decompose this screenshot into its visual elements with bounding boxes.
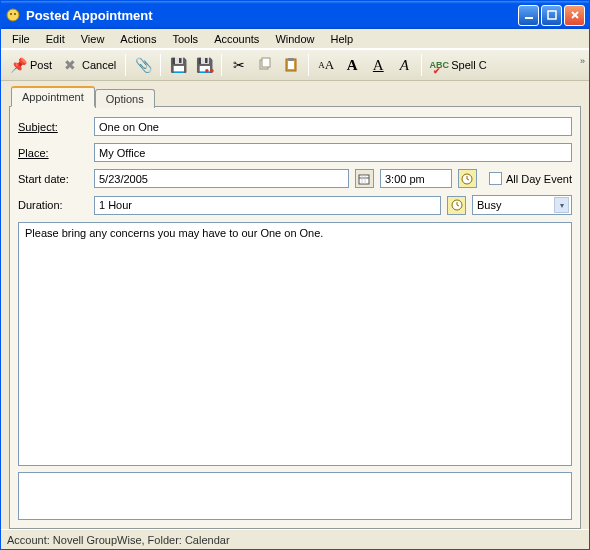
separator <box>125 54 126 76</box>
minimize-button[interactable] <box>518 5 539 26</box>
menu-actions[interactable]: Actions <box>113 31 163 47</box>
svg-rect-3 <box>525 17 533 19</box>
svg-point-1 <box>10 13 12 15</box>
start-date-input[interactable] <box>94 169 349 188</box>
font-size-button[interactable]: AA <box>313 53 339 77</box>
menu-edit[interactable]: Edit <box>39 31 72 47</box>
italic-button[interactable]: A <box>391 53 417 77</box>
italic-icon: A <box>396 57 412 73</box>
statusbar: Account: Novell GroupWise, Folder: Calen… <box>1 529 589 549</box>
cut-button[interactable]: ✂ <box>226 53 252 77</box>
svg-rect-10 <box>288 61 294 69</box>
toolbar-overflow-icon[interactable]: » <box>580 56 585 66</box>
attach-button[interactable]: 📎 <box>130 53 156 77</box>
svg-rect-12 <box>359 175 369 184</box>
tabstrip: Appointment Options <box>11 85 581 107</box>
place-label[interactable]: Place: <box>18 147 88 159</box>
tab-appointment[interactable]: Appointment <box>11 86 95 107</box>
separator <box>221 54 222 76</box>
body-textarea[interactable] <box>18 222 572 466</box>
spellcheck-icon: ABC✔ <box>431 57 447 73</box>
paperclip-icon: 📎 <box>135 57 151 73</box>
underline-button[interactable]: A <box>365 53 391 77</box>
save-icon: 💾 <box>170 57 186 73</box>
subject-input[interactable] <box>94 117 572 136</box>
close-button[interactable] <box>564 5 585 26</box>
toolbar: 📌 Post ✖ Cancel 📎 💾 💾●● ✂ <box>1 49 589 81</box>
svg-rect-4 <box>548 11 556 19</box>
time-picker-button[interactable] <box>458 169 477 188</box>
menu-view[interactable]: View <box>74 31 112 47</box>
separator <box>160 54 161 76</box>
all-day-label: All Day Event <box>506 173 572 185</box>
clipboard-icon <box>283 57 299 73</box>
start-date-label: Start date: <box>18 173 88 185</box>
menu-file[interactable]: File <box>5 31 37 47</box>
all-day-checkbox-wrap[interactable]: All Day Event <box>489 172 572 185</box>
attachment-area[interactable] <box>18 472 572 520</box>
save-draft-button[interactable]: 💾●● <box>191 53 217 77</box>
svg-rect-11 <box>288 58 294 61</box>
duration-label: Duration: <box>18 199 88 211</box>
underline-icon: A <box>370 57 386 73</box>
svg-point-2 <box>14 13 16 15</box>
menu-accounts[interactable]: Accounts <box>207 31 266 47</box>
duration-input[interactable] <box>94 196 441 215</box>
menu-window[interactable]: Window <box>268 31 321 47</box>
save-draft-icon: 💾●● <box>196 57 212 73</box>
cancel-icon: ✖ <box>62 57 78 73</box>
tab-options[interactable]: Options <box>95 89 155 108</box>
pin-icon: 📌 <box>10 57 26 73</box>
clock-icon <box>461 173 473 185</box>
separator <box>308 54 309 76</box>
bold-icon: A <box>344 57 360 73</box>
titlebar: Posted Appointment <box>1 1 589 29</box>
duration-picker-button[interactable] <box>447 196 466 215</box>
tab-panel-appointment: Subject: Place: Start date: <box>9 106 581 529</box>
menu-tools[interactable]: Tools <box>165 31 205 47</box>
window-title: Posted Appointment <box>26 8 518 23</box>
copy-button[interactable] <box>252 53 278 77</box>
font-size-icon: AA <box>318 57 334 73</box>
clock-icon <box>451 199 463 211</box>
status-value: Busy <box>477 199 501 211</box>
scissors-icon: ✂ <box>231 57 247 73</box>
dropdown-icon: ▾ <box>554 197 569 213</box>
calendar-picker-button[interactable] <box>355 169 374 188</box>
content-area: Appointment Options Subject: Place: Star… <box>1 81 589 529</box>
menubar: File Edit View Actions Tools Accounts Wi… <box>1 29 589 49</box>
spellcheck-button[interactable]: ABC✔ Spell C <box>426 53 491 77</box>
start-time-input[interactable] <box>380 169 452 188</box>
svg-point-0 <box>7 9 19 21</box>
copy-icon <box>257 57 273 73</box>
all-day-checkbox[interactable] <box>489 172 502 185</box>
separator <box>421 54 422 76</box>
post-button[interactable]: 📌 Post <box>5 53 57 77</box>
bold-button[interactable]: A <box>339 53 365 77</box>
cancel-button[interactable]: ✖ Cancel <box>57 53 121 77</box>
subject-label[interactable]: Subject: <box>18 121 88 133</box>
maximize-button[interactable] <box>541 5 562 26</box>
app-window: Posted Appointment File Edit View Action… <box>0 0 590 550</box>
svg-rect-8 <box>262 58 270 67</box>
calendar-icon <box>358 173 370 185</box>
status-select[interactable]: Busy ▾ <box>472 195 572 215</box>
status-text: Account: Novell GroupWise, Folder: Calen… <box>7 534 230 546</box>
menu-help[interactable]: Help <box>324 31 361 47</box>
paste-button[interactable] <box>278 53 304 77</box>
save-button[interactable]: 💾 <box>165 53 191 77</box>
place-input[interactable] <box>94 143 572 162</box>
app-icon <box>5 7 21 23</box>
